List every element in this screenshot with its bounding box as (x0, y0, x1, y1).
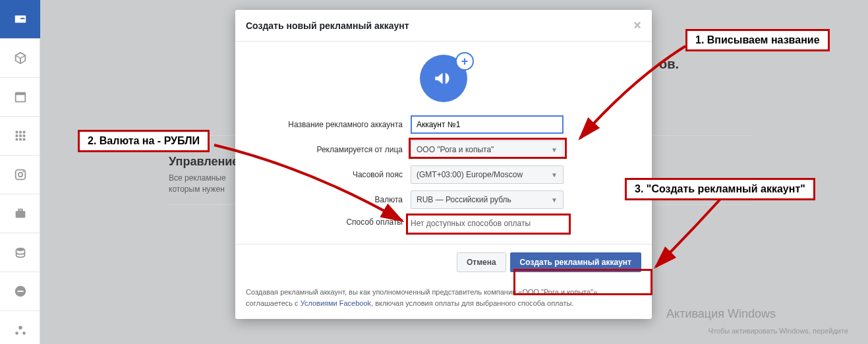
label-advertiser: Рекламируется от лица (246, 145, 411, 154)
row-timezone: Часовой пояс (GMT+03:00) Europe/Moscow ▼ (246, 165, 641, 184)
advertiser-select[interactable]: ООО "Рога и копыта" ▼ (411, 140, 564, 159)
svg-rect-4 (15, 131, 18, 134)
row-account-name: Название рекламного аккаунта (246, 115, 641, 134)
chevron-down-icon: ▼ (551, 171, 558, 179)
advertiser-value: ООО "Рога и копыта" (417, 145, 494, 154)
section-title: Управление (169, 155, 239, 169)
account-name-input[interactable] (411, 115, 564, 134)
svg-point-15 (22, 171, 24, 172)
svg-point-22 (15, 331, 18, 335)
grid-icon (13, 129, 28, 143)
section-text: Все рекламные которым нужен (169, 173, 226, 195)
arrow-3 (649, 194, 728, 273)
svg-point-21 (18, 326, 22, 330)
svg-point-18 (16, 248, 24, 252)
bg-heading-end: ов. (659, 57, 679, 72)
sidebar (0, 0, 40, 344)
sidebar-item-briefcase[interactable] (0, 194, 40, 233)
svg-rect-16 (15, 211, 25, 217)
chevron-down-icon: ▼ (551, 146, 558, 154)
plus-badge-icon: + (455, 52, 474, 71)
svg-rect-1 (20, 18, 24, 19)
modal-body: + Название рекламного аккаунта Рекламиру… (235, 42, 652, 240)
row-payment: Способ оплаты Нет доступных способов опл… (246, 215, 641, 228)
cancel-button[interactable]: Отмена (457, 252, 506, 272)
sidebar-item-minus[interactable] (0, 272, 40, 311)
row-advertiser: Рекламируется от лица ООО "Рога и копыта… (246, 140, 641, 159)
label-payment: Способ оплаты (246, 217, 411, 227)
instagram-icon (13, 167, 28, 182)
row-currency: Валюта RUB — Российский рубль ▼ (246, 190, 641, 209)
modal-header: Создать новый рекламный аккаунт × (235, 10, 652, 42)
briefcase-icon (13, 206, 28, 221)
callout-2: 2. Валюта на - РУБЛИ (78, 130, 210, 152)
sidebar-item-calendar[interactable] (0, 78, 40, 117)
stack-icon (13, 245, 28, 260)
svg-point-23 (22, 331, 26, 335)
timezone-select[interactable]: (GMT+03:00) Europe/Moscow ▼ (411, 165, 564, 184)
modal-footer: Отмена Создать рекламный аккаунт (235, 244, 652, 280)
create-ad-account-modal: Создать новый рекламный аккаунт × + Назв… (235, 10, 652, 319)
minus-circle-icon (13, 284, 28, 299)
svg-rect-12 (22, 138, 25, 141)
svg-rect-10 (15, 138, 18, 141)
sidebar-item-cube[interactable] (0, 39, 40, 78)
label-timezone: Часовой пояс (246, 170, 411, 179)
svg-rect-8 (19, 134, 22, 137)
sidebar-item-idcard[interactable] (0, 0, 40, 39)
svg-rect-9 (22, 134, 25, 137)
svg-rect-5 (19, 131, 22, 134)
disclaimer-part2: , включая условия оплаты для выбранного … (371, 299, 573, 307)
svg-rect-3 (15, 93, 25, 96)
label-currency: Валюта (246, 195, 411, 204)
watermark-subtitle: Чтобы активировать Windows, перейдите (709, 327, 848, 335)
callout-3: 3. "Создать рекламный аккаунт" (625, 178, 815, 200)
svg-rect-6 (22, 131, 25, 134)
sidebar-item-stack[interactable] (0, 233, 40, 272)
svg-point-14 (18, 173, 22, 177)
share-icon (13, 323, 28, 337)
id-card-icon (13, 12, 28, 26)
svg-rect-17 (18, 210, 22, 212)
currency-value: RUB — Российский рубль (417, 195, 511, 204)
megaphone-icon: + (420, 55, 467, 102)
close-icon[interactable]: × (633, 18, 641, 33)
create-button[interactable]: Создать рекламный аккаунт (510, 252, 641, 272)
chevron-down-icon: ▼ (551, 196, 558, 204)
watermark-title: Активация Windows (666, 307, 776, 321)
section-text-2: которым нужен (169, 185, 225, 194)
svg-rect-11 (19, 138, 22, 141)
sidebar-item-instagram[interactable] (0, 156, 40, 194)
callout-1: 1. Вписываем название (685, 29, 830, 51)
svg-rect-20 (17, 291, 23, 292)
sidebar-item-grid[interactable] (0, 117, 40, 156)
megaphone-hero: + (246, 55, 641, 102)
label-account-name: Название рекламного аккаунта (246, 120, 411, 129)
cube-icon (13, 51, 28, 65)
calendar-icon (13, 90, 28, 104)
sidebar-item-share[interactable] (0, 311, 40, 344)
section-text-1: Все рекламные (169, 173, 226, 183)
svg-rect-7 (15, 134, 18, 137)
currency-select[interactable]: RUB — Российский рубль ▼ (411, 190, 564, 209)
payment-value: Нет доступных способов оплаты (411, 215, 564, 228)
timezone-value: (GMT+03:00) Europe/Moscow (417, 170, 523, 179)
terms-link[interactable]: Условиями Facebook (301, 299, 371, 307)
modal-disclaimer: Создавая рекламный аккаунт, вы как уполн… (235, 280, 652, 319)
modal-title: Создать новый рекламный аккаунт (246, 20, 409, 31)
